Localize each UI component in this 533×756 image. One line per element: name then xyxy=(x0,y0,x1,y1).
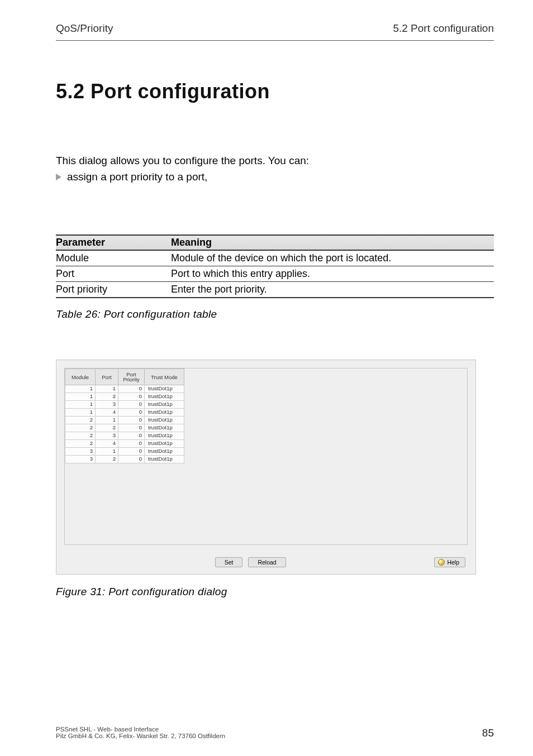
cell-priority[interactable]: 0 xyxy=(118,424,145,432)
th-module[interactable]: Module xyxy=(65,369,96,385)
help-label: Help xyxy=(447,559,459,566)
reload-button[interactable]: Reload xyxy=(248,557,285,567)
table-caption: Table 26: Port configuration table xyxy=(56,308,494,320)
cell-param: Module xyxy=(56,250,171,266)
footer-line1: PSSnet SHL - Web- based Interface xyxy=(56,726,225,733)
cell-port[interactable]: 2 xyxy=(96,393,118,401)
th-meaning: Meaning xyxy=(171,235,494,250)
cell-priority[interactable]: 0 xyxy=(118,417,145,424)
button-bar: Set Reload Help xyxy=(56,553,475,574)
cell-param: Port xyxy=(56,266,171,282)
chevron-right-icon xyxy=(56,174,61,180)
page-title: 5.2 Port configuration xyxy=(56,80,494,103)
help-button[interactable]: Help xyxy=(434,557,465,567)
cell-priority[interactable]: 0 xyxy=(118,456,145,463)
port-table-row[interactable]: 140trustDot1p xyxy=(65,409,184,417)
cell-meaning: Module of the device on which the port i… xyxy=(171,250,494,266)
cell-priority[interactable]: 0 xyxy=(118,432,145,440)
cell-port[interactable]: 1 xyxy=(96,448,118,456)
cell-module[interactable]: 1 xyxy=(65,393,96,401)
port-table-header-row: Module Port PortPriority Trust Mode xyxy=(65,369,184,385)
cell-meaning: Enter the port priority. xyxy=(171,282,494,298)
port-config-dialog: Module Port PortPriority Trust Mode 110t… xyxy=(56,360,476,575)
table-row: Port Port to which this entry applies. xyxy=(56,266,494,282)
cell-module[interactable]: 3 xyxy=(65,456,96,463)
port-table-row[interactable]: 310trustDot1p xyxy=(65,448,184,456)
cell-priority[interactable]: 0 xyxy=(118,440,145,448)
cell-module[interactable]: 2 xyxy=(65,424,96,432)
cell-trust-mode[interactable]: trustDot1p xyxy=(145,385,184,393)
port-table-row[interactable]: 220trustDot1p xyxy=(65,424,184,432)
port-table-row[interactable]: 120trustDot1p xyxy=(65,393,184,401)
table-header-row: Parameter Meaning xyxy=(56,235,494,250)
cell-priority[interactable]: 0 xyxy=(118,409,145,417)
cell-module[interactable]: 1 xyxy=(65,385,96,393)
page-header: QoS/Priority 5.2 Port configuration xyxy=(56,22,494,41)
cell-port[interactable]: 4 xyxy=(96,440,118,448)
cell-module[interactable]: 2 xyxy=(65,417,96,424)
parameter-table: Parameter Meaning Module Module of the d… xyxy=(56,235,494,298)
cell-module[interactable]: 2 xyxy=(65,440,96,448)
port-table-row[interactable]: 230trustDot1p xyxy=(65,432,184,440)
cell-port[interactable]: 3 xyxy=(96,432,118,440)
cell-module[interactable]: 2 xyxy=(65,432,96,440)
cell-trust-mode[interactable]: trustDot1p xyxy=(145,456,184,463)
cell-trust-mode[interactable]: trustDot1p xyxy=(145,409,184,417)
cell-module[interactable]: 1 xyxy=(65,409,96,417)
cell-trust-mode[interactable]: trustDot1p xyxy=(145,393,184,401)
page-footer: PSSnet SHL - Web- based Interface Pilz G… xyxy=(56,726,494,739)
cell-port[interactable]: 2 xyxy=(96,456,118,463)
center-buttons: Set Reload xyxy=(215,557,286,567)
cell-trust-mode[interactable]: trustDot1p xyxy=(145,448,184,456)
cell-port[interactable]: 1 xyxy=(96,385,118,393)
th-priority[interactable]: PortPriority xyxy=(118,369,145,385)
cell-priority[interactable]: 0 xyxy=(118,401,145,409)
cell-meaning: Port to which this entry applies. xyxy=(171,266,494,282)
table-row: Module Module of the device on which the… xyxy=(56,250,494,266)
th-trust-mode[interactable]: Trust Mode xyxy=(145,369,184,385)
figure-caption: Figure 31: Port configuration dialog xyxy=(56,586,494,598)
cell-port[interactable]: 4 xyxy=(96,409,118,417)
bullet-text: assign a port priority to a port, xyxy=(67,170,207,185)
cell-trust-mode[interactable]: trustDot1p xyxy=(145,401,184,409)
cell-port[interactable]: 3 xyxy=(96,401,118,409)
header-left: QoS/Priority xyxy=(56,22,113,35)
port-table-row[interactable]: 320trustDot1p xyxy=(65,456,184,463)
page: QoS/Priority 5.2 Port configuration 5.2 … xyxy=(0,0,533,756)
intro-block: This dialog allows you to configure the … xyxy=(56,154,494,184)
cell-trust-mode[interactable]: trustDot1p xyxy=(145,417,184,424)
cell-priority[interactable]: 0 xyxy=(118,393,145,401)
cell-param: Port priority xyxy=(56,282,171,298)
cell-priority[interactable]: 0 xyxy=(118,448,145,456)
cell-module[interactable]: 1 xyxy=(65,401,96,409)
cell-trust-mode[interactable]: trustDot1p xyxy=(145,424,184,432)
cell-trust-mode[interactable]: trustDot1p xyxy=(145,432,184,440)
port-table-row[interactable]: 240trustDot1p xyxy=(65,440,184,448)
cell-port[interactable]: 2 xyxy=(96,424,118,432)
intro-line: This dialog allows you to configure the … xyxy=(56,154,494,169)
port-table-row[interactable]: 210trustDot1p xyxy=(65,417,184,424)
page-number: 85 xyxy=(482,727,494,739)
port-table: Module Port PortPriority Trust Mode 110t… xyxy=(65,369,184,463)
port-table-row[interactable]: 130trustDot1p xyxy=(65,401,184,409)
bullet-row: assign a port priority to a port, xyxy=(56,170,494,185)
cell-module[interactable]: 3 xyxy=(65,448,96,456)
th-parameter: Parameter xyxy=(56,235,171,250)
set-button[interactable]: Set xyxy=(215,557,243,567)
table-row: Port priority Enter the port priority. xyxy=(56,282,494,298)
port-table-row[interactable]: 110trustDot1p xyxy=(65,385,184,393)
cell-port[interactable]: 1 xyxy=(96,417,118,424)
cell-priority[interactable]: 0 xyxy=(118,385,145,393)
th-port[interactable]: Port xyxy=(96,369,118,385)
help-icon xyxy=(438,559,445,566)
footer-line2: Pilz GmbH & Co. KG, Felix- Wankel Str. 2… xyxy=(56,733,225,739)
dialog-content: Module Port PortPriority Trust Mode 110t… xyxy=(64,368,468,545)
header-right: 5.2 Port configuration xyxy=(393,22,494,35)
cell-trust-mode[interactable]: trustDot1p xyxy=(145,440,184,448)
footer-text: PSSnet SHL - Web- based Interface Pilz G… xyxy=(56,726,225,739)
